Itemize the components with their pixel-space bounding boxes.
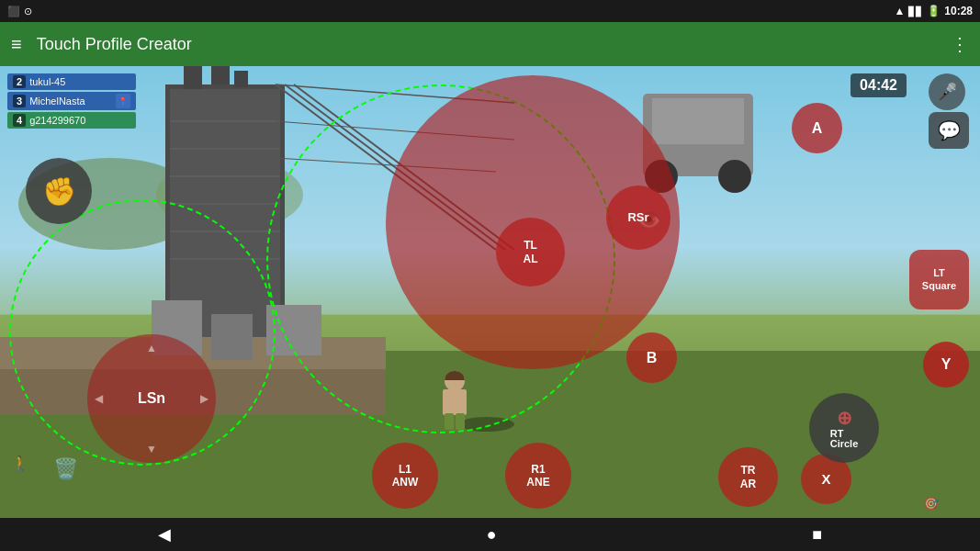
menu-icon[interactable]: ≡	[11, 34, 22, 55]
time-display: 10:28	[944, 5, 973, 17]
trash-button[interactable]: 🗑️	[53, 457, 78, 481]
joystick-arrow-down: ▼	[146, 443, 157, 455]
rsr-button[interactable]: RSr	[606, 186, 670, 250]
joystick-arrows: ▲	[146, 342, 157, 354]
battery-icon: 🔋	[927, 5, 941, 17]
chat-button[interactable]: 💬	[929, 112, 969, 149]
status-right-area: ▲ ▊▊ 🔋 10:28	[894, 5, 973, 17]
mic-icon: 🎤	[937, 82, 957, 102]
aim-area-button[interactable]: RSr TL AL 👁️	[386, 75, 680, 369]
status-bar: ⬛ ⊙ ▲ ▊▊ 🔋 10:28	[0, 0, 980, 22]
circle-status-icon: ⊙	[24, 6, 32, 17]
joystick-button[interactable]: LSn ▲ ▼ ◀ ▶	[87, 334, 216, 463]
b-button[interactable]: B	[626, 332, 677, 383]
game-area: 2 tukul-45 3 MichelNasta 📍 4 g214299670 …	[0, 66, 980, 518]
scoreboard: 2 tukul-45 3 MichelNasta 📍 4 g214299670	[7, 73, 136, 129]
app-bar: ≡ Touch Profile Creator ⋮	[0, 22, 980, 66]
status-left-icons: ⬛ ⊙	[7, 6, 32, 17]
game-character	[441, 371, 468, 426]
nav-bar: ◀ ● ■	[0, 518, 980, 551]
joystick-label: LSn	[138, 390, 165, 407]
score-row-4: 4 g214299670	[7, 112, 136, 129]
app-title: Touch Profile Creator	[37, 35, 951, 54]
fist-button[interactable]: ✊	[26, 158, 92, 224]
location-pin-icon: 📍	[116, 94, 130, 108]
prone-icon: 🎯	[923, 496, 939, 511]
rt-circle-label: RTCircle	[830, 429, 859, 449]
y-button[interactable]: Y	[923, 342, 969, 388]
rt-inner-icon: ⊕	[837, 407, 852, 429]
score-name-3: MichelNasta	[29, 96, 112, 107]
score-row-2: 2 tukul-45	[7, 73, 136, 90]
back-button[interactable]: ◀	[140, 521, 189, 548]
game-timer: 04:42	[850, 73, 907, 97]
score-num-3: 3	[13, 95, 26, 107]
screenshot-icon: ⬛	[7, 6, 20, 17]
home-button[interactable]: ●	[468, 522, 515, 548]
signal-icon: ▊▊	[908, 6, 923, 17]
mic-button[interactable]: 🎤	[929, 73, 965, 110]
score-row-3: 3 MichelNasta 📍	[7, 92, 136, 110]
r1-ane-button[interactable]: R1 ANE	[505, 443, 571, 509]
recents-button[interactable]: ■	[794, 522, 840, 548]
joystick-arrow-right: ▶	[200, 392, 208, 405]
l1-anw-button[interactable]: L1 ANW	[372, 443, 438, 509]
score-name-2: tukul-45	[29, 76, 130, 87]
a-button[interactable]: A	[792, 103, 842, 153]
chat-icon: 💬	[938, 119, 961, 141]
score-num-2: 2	[13, 75, 26, 88]
player-walk-icon: 🚶	[11, 455, 29, 472]
score-num-4: 4	[13, 114, 26, 127]
rt-circle-button[interactable]: ⊕ RTCircle	[809, 393, 879, 463]
tr-ar-button[interactable]: TR AR	[718, 447, 778, 507]
more-options-icon[interactable]: ⋮	[951, 33, 969, 55]
score-name-4: g214299670	[29, 115, 130, 126]
wifi-icon: ▲	[894, 5, 905, 17]
joystick-arrow-left: ◀	[95, 392, 103, 405]
tlal-button[interactable]: TL AL	[496, 218, 565, 287]
lt-square-button[interactable]: LT Square	[909, 250, 969, 309]
fist-icon: ✊	[42, 175, 76, 208]
